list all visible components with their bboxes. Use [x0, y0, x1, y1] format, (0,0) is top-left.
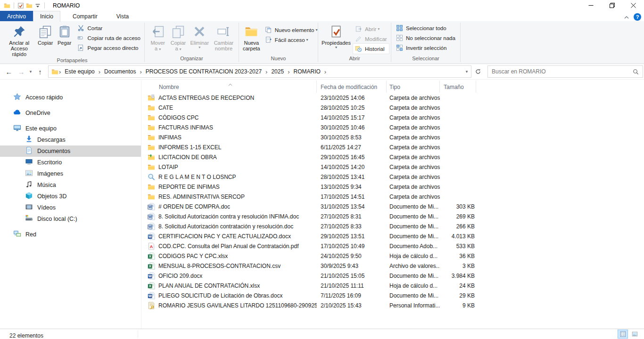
- file-name: CODIGOS PAC Y CPC.xlsx: [158, 253, 228, 259]
- file-date: 31/10/2025 13:54: [317, 203, 387, 210]
- qat-properties-icon[interactable]: [17, 1, 25, 9]
- tab-compartir[interactable]: Compartir: [66, 11, 104, 22]
- file-date: 2/10/2025 15:43: [317, 302, 387, 309]
- sidebar-item-descargas[interactable]: Descargas: [0, 134, 141, 145]
- sidebar-item-objetos-3d[interactable]: Objetos 3D: [0, 191, 141, 202]
- invert-selection-button[interactable]: Invertir selección: [394, 43, 457, 53]
- paste-button[interactable]: Pegar: [55, 23, 74, 46]
- file-row[interactable]: LICITACION DE OBRA29/10/2025 16:45Carpet…: [141, 152, 644, 162]
- pin-to-quick-access-button[interactable]: Anclar al Acceso rápido: [3, 23, 36, 57]
- file-row[interactable]: PLIEGO SOLICITUD de Licitación de Obras.…: [141, 291, 644, 300]
- breadcrumb[interactable]: ›Este equipo›Documentos›PROCESOS DE CONT…: [48, 65, 471, 78]
- tab-archivo[interactable]: Archivo: [0, 11, 33, 22]
- sidebar-item-im-genes[interactable]: Imágenes: [0, 168, 141, 179]
- file-row[interactable]: 8. Solicitud Autorización contratación y…: [141, 221, 644, 231]
- address-dropdown-icon[interactable]: ▾: [463, 65, 470, 78]
- properties-button[interactable]: Propiedades ▾: [321, 23, 351, 49]
- file-type: Carpeta de archivos: [387, 164, 440, 170]
- file-type: Carpeta de archivos: [387, 124, 440, 131]
- folder-icon: [148, 163, 155, 171]
- recent-pages-icon[interactable]: ▾: [27, 65, 34, 78]
- file-row[interactable]: REPORTE DE INFIMAS13/10/2025 9:34Carpeta…: [141, 182, 644, 192]
- qat-customize-icon[interactable]: [33, 1, 42, 9]
- qat-new-folder-icon[interactable]: [25, 1, 33, 9]
- details-view-button[interactable]: [618, 330, 627, 338]
- sidebar-item-v-deos[interactable]: Vídeos: [0, 202, 141, 213]
- sidebar-item-disco-local-c[interactable]: Disco local (C:): [0, 213, 141, 225]
- file-row[interactable]: CATE28/10/2025 10:25Carpeta de archivos: [141, 103, 644, 113]
- rename-button[interactable]: Cambiar nombre: [211, 23, 237, 51]
- new-item-button[interactable]: Nuevo elemento▾: [263, 25, 320, 35]
- sidebar-item-onedrive[interactable]: OneDrive: [0, 107, 141, 119]
- breadcrumb-item[interactable]: PROCESOS DE CONTRATACION 2023-2027: [142, 68, 265, 75]
- tab-inicio[interactable]: Inicio: [33, 11, 60, 22]
- select-none-button[interactable]: No seleccionar nada: [394, 33, 457, 43]
- file-row[interactable]: INFORMES 1-15 EXCEL6/11/2025 14:27Carpet…: [141, 142, 644, 152]
- tab-vista[interactable]: Vista: [110, 11, 135, 22]
- refresh-icon[interactable]: [472, 65, 484, 78]
- sidebar-item-label: Red: [25, 231, 36, 238]
- file-row[interactable]: ROMARIO JESUS GAVILANES LITARDO 12511096…: [141, 300, 644, 310]
- ribbon-group-clipboard: Anclar al Acceso rápido Copiar Pegar Cor…: [0, 21, 144, 64]
- file-row[interactable]: # ORDEN DE COMPRA.doc31/10/2025 13:54Doc…: [141, 202, 644, 211]
- copy-to-button[interactable]: Copiar a▾: [168, 23, 188, 52]
- history-button[interactable]: Historial: [353, 44, 389, 54]
- help-icon[interactable]: ?: [634, 13, 641, 21]
- file-row[interactable]: OFICIO 209.docx21/10/2025 15:05Documento…: [141, 271, 644, 281]
- breadcrumb-item[interactable]: ROMARIO: [290, 68, 323, 75]
- file-row[interactable]: FACTURAS INFIMAS30/10/2025 10:46Carpeta …: [141, 122, 644, 132]
- file-row[interactable]: RES. ADMINISTRATIVA SERCOP17/10/2025 14:…: [141, 192, 644, 202]
- column-header-tamano[interactable]: Tamaño: [440, 81, 476, 93]
- column-header-fecha[interactable]: Fecha de modificación: [317, 81, 387, 93]
- file-date: 7/11/2025 16:09: [317, 292, 387, 299]
- minimize-button[interactable]: [580, 0, 602, 11]
- open-button[interactable]: Abrir▾: [353, 24, 389, 34]
- search-input[interactable]: Buscar en ROMARIO: [487, 65, 643, 78]
- select-all-button[interactable]: Seleccionar todo: [394, 23, 457, 33]
- collapse-ribbon-icon[interactable]: [624, 13, 629, 21]
- sidebar-item-m-sica[interactable]: Música: [0, 179, 141, 191]
- paste-shortcut-button[interactable]: Pegar acceso directo: [75, 43, 142, 53]
- breadcrumb-item[interactable]: 2025: [268, 68, 287, 75]
- back-button[interactable]: ←: [3, 65, 15, 78]
- up-button[interactable]: ↑: [34, 65, 46, 78]
- column-header-tipo[interactable]: Tipo: [387, 81, 440, 93]
- sidebar-item-documentos[interactable]: Documentos: [0, 145, 141, 157]
- move-to-button[interactable]: Mover a▾: [148, 23, 168, 52]
- cut-button[interactable]: Cortar: [75, 23, 142, 33]
- sidebar-item-este-equipo[interactable]: Este equipo: [0, 123, 141, 134]
- new-folder-button[interactable]: Nueva carpeta: [242, 23, 261, 51]
- word-doc-icon: [148, 223, 155, 230]
- file-row[interactable]: INFIMAS30/10/2025 8:53Carpeta de archivo…: [141, 132, 644, 142]
- sidebar-item-red[interactable]: Red: [0, 229, 141, 240]
- breadcrumb-item[interactable]: Documentos: [101, 68, 139, 75]
- file-row[interactable]: COD.CPC. Consulta del Plan Anual de Cont…: [141, 241, 644, 251]
- file-row[interactable]: MENSUAL 8-PROCESOS-CONTRATACION.csv30/9/…: [141, 261, 644, 271]
- copy-button[interactable]: Copiar: [36, 23, 55, 46]
- file-row[interactable]: ACTAS ENTREGAS DE RECEPCION23/10/2025 14…: [141, 93, 644, 103]
- file-row[interactable]: CODIGOS PAC Y CPC.xlsx24/10/2025 9:50Hoj…: [141, 251, 644, 261]
- file-name: INFIMAS: [158, 134, 182, 141]
- sidebar-item-acceso-r-pido[interactable]: Acceso rápido: [0, 92, 141, 103]
- file-row[interactable]: 8. Solicitud Autorización contra y resol…: [141, 211, 644, 221]
- edit-button[interactable]: Modificar: [353, 34, 389, 44]
- restore-button[interactable]: [602, 0, 623, 11]
- file-row[interactable]: CÓDIGOS CPC14/10/2025 15:17Carpeta de ar…: [141, 113, 644, 122]
- column-header-nombre[interactable]: Nombre: [141, 81, 317, 93]
- delete-button[interactable]: Eliminar ▾: [189, 23, 211, 49]
- forward-button[interactable]: →: [15, 65, 27, 78]
- file-row[interactable]: CERTIFICACION PAC Y CATE ACTUALIZADO.doc…: [141, 231, 644, 241]
- sidebar-item-escritorio[interactable]: Escritorio: [0, 157, 141, 168]
- file-row[interactable]: R E G L A M E N T O LOSNCP28/10/2025 13:…: [141, 172, 644, 182]
- breadcrumb-item[interactable]: Este equipo: [61, 68, 98, 75]
- file-row[interactable]: LOTAIP14/10/2025 14:20Carpeta de archivo…: [141, 162, 644, 172]
- close-button[interactable]: [623, 0, 644, 11]
- file-row[interactable]: PLAN ANUAL DE CONTRATACIÓN.xlsx21/10/202…: [141, 281, 644, 291]
- copy-path-button[interactable]: Copiar ruta de acceso: [75, 33, 142, 43]
- easy-access-button[interactable]: Fácil acceso▾: [263, 35, 320, 45]
- ribbon-separator: [460, 23, 461, 62]
- breadcrumb-separator-icon[interactable]: ›: [324, 68, 327, 75]
- thumbnails-view-button[interactable]: [630, 330, 639, 338]
- file-date: 21/10/2025 11:11: [317, 282, 387, 289]
- word-icon: [148, 272, 155, 280]
